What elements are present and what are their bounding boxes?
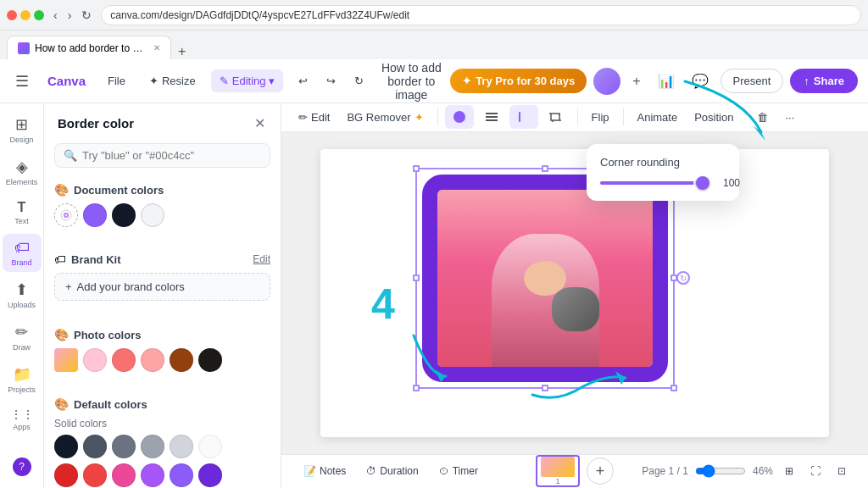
menu-button[interactable]: ☰ (10, 67, 34, 96)
notes-button[interactable]: 📝 Notes (298, 462, 351, 480)
add-page-button[interactable]: + (587, 458, 614, 485)
avatar-button[interactable] (593, 68, 620, 95)
default-lightred[interactable] (83, 463, 107, 487)
duration-button[interactable]: ⏱ Duration (361, 462, 423, 480)
handle-middle-right[interactable] (670, 274, 677, 281)
flip-button[interactable]: Flip (585, 107, 616, 128)
brand-kit-header: 🏷 Brand Kit Edit (54, 252, 270, 266)
zoom-slider[interactable] (695, 464, 746, 478)
color-search-input[interactable] (82, 149, 261, 162)
more-button[interactable]: ··· (778, 107, 801, 128)
window-close-btn[interactable] (7, 10, 17, 20)
default-darkgray[interactable] (83, 435, 107, 458)
panel-close-button[interactable]: ✕ (253, 114, 267, 133)
address-bar[interactable]: canva.com/design/DAGdfdjDDtQ/4yspcvE27Ld… (101, 5, 861, 25)
color-swatch-purple[interactable] (83, 203, 107, 227)
resize-button[interactable]: ✦ Resize (141, 69, 204, 92)
try-pro-button[interactable]: ✦ Try Pro for 30 days (450, 69, 587, 93)
grid-view-button[interactable]: ⊞ (780, 462, 798, 480)
file-menu-button[interactable]: File (99, 69, 134, 92)
handle-bottom-center[interactable] (542, 385, 548, 391)
sidebar-item-text[interactable]: T Text (3, 195, 42, 230)
color-swatch-lightgray[interactable] (141, 203, 164, 227)
fullscreen-button[interactable]: ⛶ (805, 462, 826, 480)
back-button[interactable]: ‹ (49, 7, 62, 24)
bordered-image[interactable] (422, 175, 668, 382)
default-purple-dark[interactable] (198, 463, 222, 487)
toolbar-separator-3 (623, 108, 624, 125)
sidebar-item-help[interactable]: ? (3, 452, 42, 481)
photo-color-2[interactable] (112, 348, 136, 372)
comment-button[interactable]: 💬 (687, 68, 714, 94)
add-page-toolbar-button[interactable]: + (627, 69, 645, 94)
apps-icon: ⋮⋮ (10, 408, 34, 421)
shape-lines-btn[interactable] (477, 105, 506, 129)
forward-button[interactable]: › (64, 7, 76, 24)
default-gray[interactable] (112, 435, 136, 458)
sidebar-item-projects[interactable]: 📁 Projects (3, 360, 42, 399)
sidebar-item-draw[interactable]: ✏ Draw (3, 318, 42, 357)
canvas-footer: 📝 Notes ⏱ Duration ⏲ Timer 1 + (281, 454, 868, 488)
shape-rounded-btn[interactable] (509, 105, 538, 129)
timer-button[interactable]: ⏲ Timer (434, 462, 483, 480)
crop-btn[interactable] (542, 105, 570, 129)
share-button[interactable]: ↑ Share (790, 69, 858, 93)
window-min-btn[interactable] (20, 10, 31, 20)
fit-button[interactable]: ⊡ (832, 462, 851, 480)
color-search-box[interactable]: 🔍 (54, 143, 270, 168)
sidebar-item-design[interactable]: ⊞ Design (3, 110, 42, 149)
handle-middle-left[interactable] (413, 274, 420, 281)
position-button[interactable]: Position (687, 107, 740, 128)
active-tab[interactable]: How to add border to image - ✕ (7, 36, 171, 59)
default-pink[interactable] (112, 463, 136, 487)
editing-button[interactable]: ✎ Editing ▾ (211, 69, 284, 92)
window-max-btn[interactable] (34, 10, 44, 20)
chart-button[interactable]: 📊 (653, 68, 680, 94)
photo-color-5[interactable] (198, 348, 222, 372)
sidebar-item-elements[interactable]: ◈ Elements (3, 152, 42, 191)
corner-rounding-value: 100 (716, 177, 740, 189)
redo-button[interactable]: ↪ (318, 69, 344, 92)
reload-button[interactable]: ↻ (77, 7, 96, 24)
sidebar-item-brand[interactable]: 🏷 Brand (3, 234, 42, 272)
photo-color-3[interactable] (141, 348, 164, 372)
default-white[interactable] (198, 435, 222, 458)
default-violet[interactable] (170, 463, 193, 487)
toolbar-separator-2 (577, 108, 578, 125)
default-lightgray[interactable] (170, 435, 193, 458)
more-icon: ··· (785, 111, 794, 124)
present-button[interactable]: Present (721, 69, 784, 93)
tab-close-icon[interactable]: ✕ (153, 43, 160, 53)
new-tab-button[interactable]: + (171, 44, 192, 59)
canvas-content[interactable]: ↻ 4 (281, 132, 868, 454)
sidebar-item-uploads[interactable]: ⬆ Uploads (3, 275, 42, 314)
brand-kit-edit-button[interactable]: Edit (253, 253, 270, 265)
handle-bottom-right[interactable] (670, 385, 677, 391)
rotate-handle[interactable]: ↻ (676, 271, 690, 285)
default-red[interactable] (54, 463, 78, 487)
photo-color-4[interactable] (170, 348, 193, 372)
default-medgray[interactable] (141, 435, 164, 458)
shape-circle-btn[interactable] (445, 105, 474, 129)
canvas-page[interactable]: ↻ 4 (320, 149, 829, 437)
refresh-button[interactable]: ↻ (346, 69, 372, 92)
default-black[interactable] (54, 435, 78, 458)
edit-button[interactable]: ✏ Edit (292, 107, 337, 128)
default-purple-light[interactable] (141, 463, 164, 487)
handle-top-left[interactable] (413, 165, 420, 172)
animate-button[interactable]: Animate (631, 107, 685, 128)
photo-color-1[interactable] (83, 348, 107, 372)
color-swatch-black[interactable] (112, 203, 136, 227)
undo-button[interactable]: ↩ (290, 69, 316, 92)
bg-remover-button[interactable]: BG Remover ✦ (340, 107, 430, 128)
page-thumbnail-1[interactable]: 1 (536, 455, 580, 487)
add-color-swatch[interactable] (54, 203, 78, 227)
add-brand-button[interactable]: + Add your brand colors (54, 273, 270, 301)
color-wheel-icon (60, 209, 72, 221)
handle-bottom-left[interactable] (413, 385, 420, 391)
tab-bar: How to add border to image - ✕ + (0, 30, 868, 59)
delete-button[interactable]: 🗑 (750, 107, 775, 128)
corner-rounding-slider[interactable] (600, 181, 709, 185)
sidebar-item-apps[interactable]: ⋮⋮ Apps (3, 402, 42, 436)
handle-top-center[interactable] (542, 165, 548, 172)
